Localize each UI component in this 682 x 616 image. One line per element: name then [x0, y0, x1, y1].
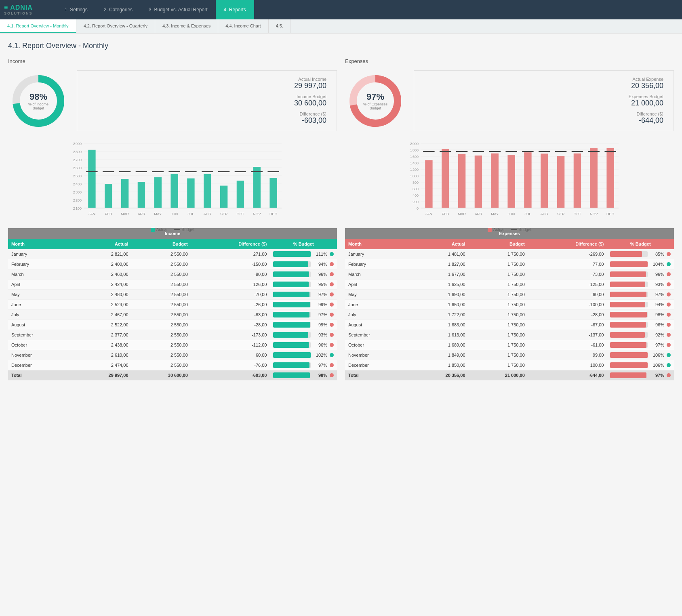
- cell-budget: 2 550,00: [132, 320, 191, 330]
- progress-bar-bg: [273, 352, 311, 358]
- progress-bar-bg: [273, 342, 311, 348]
- income-diff-stat: Difference ($) -603,00: [87, 111, 326, 125]
- cell-budget: 1 750,00: [469, 340, 528, 350]
- expenses-legend-actual: Actual: [488, 227, 505, 232]
- svg-text:AUG: AUG: [540, 212, 548, 216]
- expenses-th-budget: Budget: [469, 239, 528, 249]
- cell-diff: -100,00: [528, 300, 607, 310]
- expenses-table: Expenses Month Actual Budget Difference …: [345, 228, 674, 381]
- cell-month: November: [8, 350, 72, 360]
- svg-text:2 300: 2 300: [73, 190, 82, 194]
- expenses-bar-chart: 02004006008001 0001 2001 4001 6001 8002 …: [345, 139, 674, 220]
- svg-rect-99: [524, 152, 531, 208]
- cell-month: April: [8, 280, 72, 290]
- cell-pct: 111%: [270, 249, 337, 259]
- table-row: February 2 400,00 2 550,00 -150,00 94%: [8, 259, 337, 269]
- cell-diff: -125,00: [528, 280, 607, 290]
- nav-reports[interactable]: 4. Reports: [216, 0, 254, 19]
- subnav-quarterly[interactable]: 4.2. Report Overview - Quarterly: [76, 19, 155, 33]
- cell-actual: 2 480,00: [72, 290, 131, 300]
- cell-pct: 104%: [607, 259, 674, 269]
- cell-diff: -126,00: [191, 280, 270, 290]
- total-budget: 21 000,00: [469, 370, 528, 381]
- nav-settings[interactable]: 1. Settings: [57, 0, 96, 19]
- status-dot: [330, 333, 334, 337]
- cell-budget: 1 750,00: [469, 300, 528, 310]
- cell-actual: 1 849,00: [409, 350, 468, 360]
- cell-month: January: [8, 249, 72, 259]
- status-dot: [330, 313, 334, 317]
- svg-text:2 700: 2 700: [73, 158, 82, 162]
- nav-budget-actual[interactable]: 3. Budget vs. Actual Report: [141, 0, 215, 19]
- total-pct: 98%: [270, 370, 337, 381]
- cell-budget: 2 550,00: [132, 290, 191, 300]
- income-th-pct: % Budget: [270, 239, 337, 249]
- progress-bar-bg: [273, 261, 311, 267]
- income-donut-sub: % of Income Budget: [28, 102, 48, 110]
- nav-categories[interactable]: 2. Categories: [96, 0, 141, 19]
- cell-month: August: [8, 320, 72, 330]
- cell-actual: 2 524,00: [72, 300, 131, 310]
- cell-budget: 2 550,00: [132, 249, 191, 259]
- expenses-donut-pct: 97%: [363, 92, 387, 102]
- status-dot: [667, 262, 671, 266]
- cell-pct: 106%: [607, 350, 674, 360]
- expenses-actual-stat: Actual Expense 20 356,00: [424, 77, 663, 90]
- cell-budget: 2 550,00: [132, 330, 191, 340]
- table-row: November 1 849,00 1 750,00 99,00 106%: [345, 350, 674, 360]
- svg-text:200: 200: [413, 200, 419, 204]
- cell-month: December: [345, 360, 409, 370]
- progress-bar-fill: [610, 332, 644, 338]
- charts-row: Income 98% % of Income Budget: [8, 58, 674, 220]
- cell-diff: 77,00: [528, 259, 607, 269]
- progress-bar-bg: [273, 251, 311, 257]
- subnav-monthly[interactable]: 4.1. Report Overview - Monthly: [0, 19, 76, 33]
- pct-text: 106%: [650, 353, 664, 357]
- svg-text:2 900: 2 900: [73, 142, 82, 146]
- cell-budget: 1 750,00: [469, 360, 528, 370]
- svg-rect-26: [121, 179, 128, 208]
- income-th-month: Month: [8, 239, 72, 249]
- income-donut-wrap: 98% % of Income Budget: [8, 71, 69, 131]
- cell-pct: 97%: [270, 360, 337, 370]
- svg-text:400: 400: [413, 193, 419, 198]
- svg-rect-23: [105, 184, 112, 208]
- svg-text:600: 600: [413, 187, 419, 191]
- cell-budget: 1 750,00: [469, 249, 528, 259]
- progress-bar-fill: [273, 362, 309, 368]
- svg-text:800: 800: [413, 181, 419, 185]
- total-actual: 20 356,00: [409, 370, 468, 381]
- expenses-th-actual: Actual: [409, 239, 468, 249]
- table-row: June 2 524,00 2 550,00 -26,00 99%: [8, 300, 337, 310]
- subnav-income-chart[interactable]: 4.4. Income Chart: [218, 19, 268, 33]
- cell-diff: -112,00: [191, 340, 270, 350]
- pct-text: 96%: [313, 272, 327, 277]
- svg-rect-90: [475, 156, 482, 208]
- cell-actual: 1 650,00: [409, 300, 468, 310]
- table-row: December 1 850,00 1 750,00 100,00 106%: [345, 360, 674, 370]
- progress-bar-fill: [610, 302, 645, 307]
- svg-text:AUG: AUG: [203, 212, 211, 216]
- svg-text:DEC: DEC: [606, 212, 615, 216]
- cell-budget: 1 750,00: [469, 320, 528, 330]
- progress-bar-bg: [610, 282, 648, 287]
- svg-text:JUL: JUL: [524, 212, 531, 216]
- cell-pct: 94%: [607, 300, 674, 310]
- expenses-section: Expenses 97% % of Expenses Budget: [345, 58, 674, 220]
- income-budget-stat: Income Budget 30 600,00: [87, 94, 326, 107]
- cell-actual: 2 467,00: [72, 310, 131, 320]
- progress-bar-fill: [273, 322, 310, 328]
- cell-actual: 1 850,00: [409, 360, 468, 370]
- table-row: March 1 677,00 1 750,00 -73,00 96%: [345, 269, 674, 280]
- cell-month: July: [8, 310, 72, 320]
- svg-text:JAN: JAN: [88, 212, 95, 216]
- total-progress-bar-bg: [610, 372, 648, 378]
- subnav-45[interactable]: 4.5.: [269, 19, 291, 33]
- subnav-income-expenses[interactable]: 4.3. Income & Expenses: [155, 19, 218, 33]
- svg-text:JAN: JAN: [425, 212, 432, 216]
- status-dot: [667, 333, 671, 337]
- status-dot: [330, 323, 334, 327]
- income-budget-dot: [174, 229, 180, 230]
- cell-month: November: [345, 350, 409, 360]
- svg-text:FEB: FEB: [105, 212, 112, 216]
